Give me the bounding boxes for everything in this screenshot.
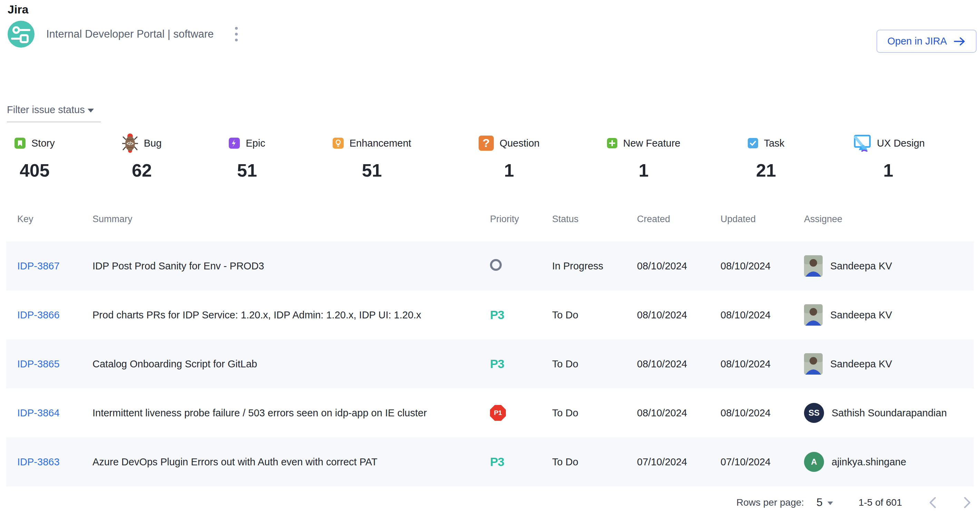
- column-header-status: Status: [552, 214, 637, 225]
- assignee-name: Sandeepa KV: [830, 260, 892, 272]
- stat-label: Task: [764, 138, 785, 149]
- issues-table: Key Summary Priority Status Created Upda…: [6, 208, 974, 486]
- chevron-down-icon: [88, 109, 94, 113]
- assignee-name: Sandeepa KV: [830, 358, 892, 370]
- issue-key-link[interactable]: IDP-3866: [17, 309, 60, 320]
- stat-count: 62: [122, 160, 162, 181]
- issue-created: 07/10/2024: [637, 456, 721, 468]
- page-title: Jira: [8, 3, 29, 16]
- assignee-initials-avatar: SS: [804, 403, 824, 423]
- priority-none-icon: [490, 259, 502, 271]
- issue-updated: 08/10/2024: [721, 408, 804, 419]
- issue-priority: P1: [490, 405, 552, 421]
- issue-assignee: Sandeepa KV: [804, 353, 974, 374]
- previous-page-button[interactable]: [929, 497, 937, 508]
- issue-updated: 08/10/2024: [721, 358, 804, 370]
- jira-project-avatar-icon: [8, 21, 35, 48]
- rows-per-page-value: 5: [816, 496, 822, 509]
- issue-summary: Catalog Onboarding Script for GitLab: [92, 358, 490, 370]
- issue-assignee: Sandeepa KV: [804, 304, 974, 326]
- rows-per-page-label: Rows per page:: [737, 497, 804, 508]
- issue-updated: 08/10/2024: [721, 260, 804, 272]
- table-body: IDP-3867 IDP Post Prod Sanity for Env - …: [6, 241, 974, 486]
- issue-status: To Do: [552, 456, 637, 468]
- priority-p3-icon: P3: [490, 308, 504, 322]
- issue-priority: P3: [490, 357, 552, 371]
- stat-label: Enhancement: [350, 138, 411, 149]
- stat-bug: </> Bug 62: [122, 132, 162, 181]
- stat-label: Question: [500, 138, 540, 149]
- column-header-priority: Priority: [490, 214, 552, 225]
- assignee-name: Sandeepa KV: [830, 309, 892, 321]
- stat-new-feature: New Feature 1: [607, 132, 681, 181]
- column-header-assignee: Assignee: [804, 214, 974, 225]
- issue-type-stats: Story 405 </> Bug 62 Epic: [14, 132, 925, 181]
- issue-key-link[interactable]: IDP-3864: [17, 408, 60, 419]
- issue-summary: Prod charts PRs for IDP Service: 1.20.x,…: [92, 309, 490, 321]
- ux-design-icon: [852, 134, 871, 152]
- issue-created: 08/10/2024: [637, 408, 721, 419]
- stat-task: Task 21: [748, 132, 785, 181]
- task-icon: [748, 138, 758, 148]
- assignee-avatar: [804, 353, 822, 374]
- issue-priority: [490, 259, 552, 273]
- open-in-jira-label: Open in JIRA: [888, 35, 947, 47]
- issue-status: In Progress: [552, 260, 637, 272]
- stat-label: UX Design: [877, 138, 925, 149]
- stat-count: 1: [852, 160, 925, 181]
- chevron-down-icon: [827, 501, 833, 505]
- enhancement-icon: [332, 138, 344, 149]
- kebab-dot: [235, 39, 238, 41]
- more-options-button[interactable]: [232, 24, 241, 45]
- assignee-photo: [804, 255, 822, 277]
- open-in-jira-button[interactable]: Open in JIRA: [877, 30, 977, 53]
- bug-icon: </>: [122, 132, 138, 154]
- kebab-dot: [235, 27, 238, 30]
- issue-key-link[interactable]: IDP-3867: [17, 260, 60, 271]
- stat-count: 1: [479, 160, 540, 181]
- issue-assignee: Sandeepa KV: [804, 255, 974, 277]
- issue-assignee: A ajinkya.shingane: [804, 452, 974, 472]
- table-row: IDP-3866 Prod charts PRs for IDP Service…: [6, 290, 974, 339]
- issue-created: 08/10/2024: [637, 260, 721, 272]
- issue-status: To Do: [552, 358, 637, 370]
- project-name: Internal Developer Portal | software: [46, 28, 213, 40]
- issue-summary: Azure DevOps Plugin Errors out with Auth…: [92, 456, 490, 468]
- issue-created: 08/10/2024: [637, 309, 721, 321]
- issue-updated: 08/10/2024: [721, 309, 804, 321]
- assignee-avatar: [804, 304, 822, 326]
- column-header-key: Key: [17, 214, 92, 225]
- stat-story: Story 405: [14, 132, 55, 181]
- new-feature-icon: [607, 138, 617, 148]
- next-page-button[interactable]: [963, 497, 971, 508]
- column-header-summary: Summary: [92, 214, 490, 225]
- issue-key-link[interactable]: IDP-3863: [17, 456, 60, 467]
- stat-epic: Epic 51: [229, 132, 265, 181]
- table-header-row: Key Summary Priority Status Created Upda…: [6, 208, 974, 241]
- rows-per-page-select[interactable]: 5: [816, 496, 833, 509]
- priority-p3-icon: P3: [490, 455, 504, 468]
- svg-text:</>: </>: [127, 141, 134, 146]
- epic-icon: [229, 138, 240, 149]
- stat-label: Bug: [144, 138, 162, 149]
- issue-summary: Intermittent liveness probe failure / 50…: [92, 408, 490, 419]
- issue-created: 08/10/2024: [637, 358, 721, 370]
- project-header: Internal Developer Portal | software: [8, 21, 241, 48]
- stat-question: ? Question 1: [479, 132, 540, 181]
- column-header-created: Created: [637, 214, 721, 225]
- stat-label: New Feature: [623, 138, 681, 149]
- stat-label: Story: [32, 138, 55, 149]
- table-row: IDP-3863 Azure DevOps Plugin Errors out …: [6, 438, 974, 486]
- issue-priority: P3: [490, 455, 552, 469]
- assignee-name: ajinkya.shingane: [832, 456, 906, 468]
- issue-status: To Do: [552, 408, 637, 419]
- kebab-dot: [235, 33, 238, 35]
- issue-key-link[interactable]: IDP-3865: [17, 358, 60, 370]
- issue-status: To Do: [552, 309, 637, 321]
- filter-issue-status-select[interactable]: Filter issue status: [7, 104, 101, 122]
- arrow-right-icon: [954, 37, 966, 46]
- pagination: Rows per page: 5 1-5 of 601: [737, 496, 971, 509]
- assignee-initials-avatar: A: [804, 452, 824, 472]
- assignee-avatar: A: [804, 452, 824, 472]
- assignee-avatar: [804, 255, 822, 277]
